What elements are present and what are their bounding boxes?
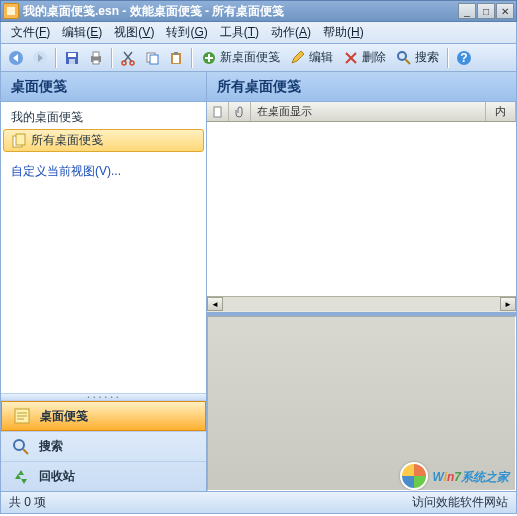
menu-edit[interactable]: 编辑(E)	[56, 22, 108, 43]
svg-point-22	[14, 440, 24, 450]
cut-button[interactable]	[117, 47, 139, 69]
tree-all-notes[interactable]: 所有桌面便笺	[3, 129, 204, 152]
minimize-button[interactable]: _	[458, 3, 476, 19]
toolbar: 新桌面便笺 编辑 删除 搜索 ?	[0, 44, 517, 72]
plus-icon	[201, 50, 217, 66]
magnifier-icon	[11, 437, 31, 457]
menu-help[interactable]: 帮助(H)	[317, 22, 370, 43]
svg-rect-23	[214, 107, 221, 117]
save-button[interactable]	[61, 47, 83, 69]
menu-file[interactable]: 文件(F)	[5, 22, 56, 43]
svg-rect-11	[150, 55, 158, 64]
svg-text:?: ?	[460, 51, 467, 65]
scroll-left-button[interactable]: ◄	[207, 297, 223, 311]
content-header: 所有桌面便笺	[207, 72, 516, 102]
col-content[interactable]: 内	[486, 102, 516, 121]
window-controls: _ □ ✕	[458, 3, 514, 19]
edit-label: 编辑	[309, 49, 333, 66]
recycle-icon	[11, 467, 31, 487]
copy-button[interactable]	[141, 47, 163, 69]
nav-search[interactable]: 搜索	[1, 431, 206, 461]
svg-rect-6	[93, 52, 99, 57]
customize-view-link[interactable]: 自定义当前视图(V)...	[3, 160, 204, 183]
svg-point-8	[122, 61, 126, 65]
menu-goto[interactable]: 转到(G)	[160, 22, 213, 43]
col-show-on-desktop[interactable]: 在桌面显示	[251, 102, 486, 121]
edit-button[interactable]: 编辑	[286, 47, 337, 69]
sidebar-nav: 桌面便笺 搜索 回收站	[1, 401, 206, 491]
menu-bar: 文件(F) 编辑(E) 视图(V) 转到(G) 工具(T) 动作(A) 帮助(H…	[0, 22, 517, 44]
status-count: 共 0 项	[9, 494, 46, 511]
col-icon[interactable]	[207, 102, 229, 121]
menu-action[interactable]: 动作(A)	[265, 22, 317, 43]
forward-button[interactable]	[29, 47, 51, 69]
toolbar-separator	[55, 48, 57, 68]
nav-recycle[interactable]: 回收站	[1, 461, 206, 491]
window-titlebar: 我的桌面便笺.esn - 效能桌面便笺 - 所有桌面便笺 _ □ ✕	[0, 0, 517, 22]
app-icon	[3, 3, 19, 19]
toolbar-separator	[111, 48, 113, 68]
menu-tools[interactable]: 工具(T)	[214, 22, 265, 43]
paste-button[interactable]	[165, 47, 187, 69]
maximize-button[interactable]: □	[477, 3, 495, 19]
svg-point-9	[130, 61, 134, 65]
toolbar-separator	[447, 48, 449, 68]
new-note-label: 新桌面便笺	[220, 49, 280, 66]
main-area: 桌面便笺 我的桌面便笺 所有桌面便笺 自定义当前视图(V)... • • • •…	[0, 72, 517, 492]
menu-view[interactable]: 视图(V)	[108, 22, 160, 43]
toolbar-separator	[191, 48, 193, 68]
window-title: 我的桌面便笺.esn - 效能桌面便笺 - 所有桌面便笺	[23, 3, 458, 20]
svg-rect-7	[93, 60, 99, 64]
svg-rect-20	[16, 134, 25, 145]
back-button[interactable]	[5, 47, 27, 69]
print-button[interactable]	[85, 47, 107, 69]
content-pane: 所有桌面便笺 在桌面显示 内 ◄ ►	[207, 72, 516, 491]
svg-rect-13	[173, 55, 179, 63]
svg-rect-3	[68, 53, 76, 57]
svg-rect-4	[69, 59, 75, 64]
list-body[interactable]	[207, 122, 516, 296]
sidebar: 桌面便笺 我的桌面便笺 所有桌面便笺 自定义当前视图(V)... • • • •…	[1, 72, 207, 491]
scroll-track[interactable]	[223, 297, 500, 311]
status-bar: 共 0 项 访问效能软件网站	[0, 492, 517, 514]
list-header: 在桌面显示 内	[207, 102, 516, 122]
col-attach[interactable]	[229, 102, 251, 121]
x-icon	[343, 50, 359, 66]
preview-pane	[207, 316, 516, 492]
search-button[interactable]: 搜索	[392, 47, 443, 69]
nav-notes[interactable]: 桌面便笺	[1, 401, 206, 431]
tree-root[interactable]: 我的桌面便笺	[3, 106, 204, 129]
scroll-right-button[interactable]: ►	[500, 297, 516, 311]
notes-icon	[11, 133, 27, 149]
delete-label: 删除	[362, 49, 386, 66]
delete-button[interactable]: 删除	[339, 47, 390, 69]
svg-rect-14	[174, 52, 178, 55]
paperclip-icon	[234, 106, 246, 118]
pencil-icon	[290, 50, 306, 66]
svg-point-16	[398, 52, 406, 60]
magnifier-icon	[396, 50, 412, 66]
sidebar-header: 桌面便笺	[1, 72, 206, 102]
horizontal-scrollbar[interactable]: ◄ ►	[207, 296, 516, 312]
sidebar-splitter[interactable]: • • • • • •	[1, 393, 206, 401]
page-icon	[212, 106, 224, 118]
help-button[interactable]: ?	[453, 47, 475, 69]
sidebar-tree: 我的桌面便笺 所有桌面便笺 自定义当前视图(V)...	[1, 102, 206, 393]
close-button[interactable]: ✕	[496, 3, 514, 19]
new-note-button[interactable]: 新桌面便笺	[197, 47, 284, 69]
status-link[interactable]: 访问效能软件网站	[412, 494, 508, 511]
search-label: 搜索	[415, 49, 439, 66]
note-icon	[12, 406, 32, 426]
